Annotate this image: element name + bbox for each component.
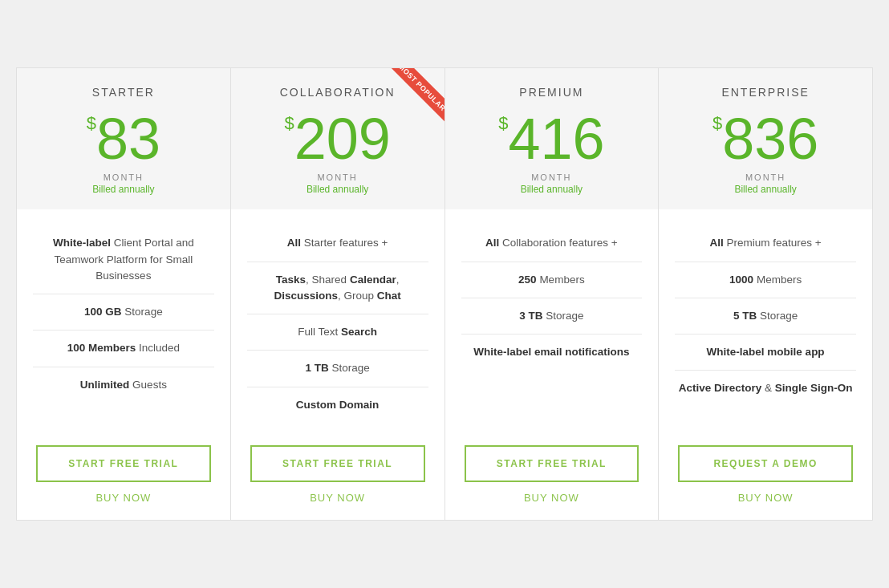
collaboration-feature-5: Custom Domain [247,387,428,423]
collaboration-trial-button[interactable]: START FREE TRIAL [250,445,425,482]
enterprise-billed: Billed annually [734,184,796,195]
enterprise-feature-4: White-label mobile app [675,335,856,371]
starter-actions: START FREE TRIAL BUY NOW [17,436,230,520]
starter-amount: 83 [96,110,160,168]
premium-billed: Billed annually [521,184,583,195]
premium-trial-button[interactable]: START FREE TRIAL [465,445,639,482]
starter-buy-button[interactable]: BUY NOW [95,492,151,504]
collaboration-price-row: $ 209 [284,110,390,168]
starter-dollar: $ [87,115,96,132]
enterprise-feature-2: 1000 Members [675,262,856,298]
premium-period: MONTH [531,172,571,182]
premium-buy-button[interactable]: BUY NOW [524,492,579,504]
enterprise-amount: 836 [722,110,818,168]
enterprise-period: MONTH [745,172,785,182]
premium-dollar: $ [498,115,508,132]
starter-price-row: $ 83 [87,110,160,168]
most-popular-ribbon: MOST POPULAR [388,68,444,121]
premium-features: All Collaboration features + 250 Members… [445,209,659,436]
enterprise-feature-5: Active Directory & Single Sign-On [675,371,856,406]
starter-feature-2: 100 GB Storage [33,294,214,330]
premium-name: PREMIUM [519,86,583,99]
premium-amount: 416 [508,110,604,168]
plan-enterprise: ENTERPRISE $ 836 MONTH Billed annually A… [658,67,873,521]
premium-feature-4: White-label email notifications [461,335,643,370]
enterprise-actions: REQUEST A DEMO BUY NOW [659,436,872,520]
most-popular-ribbon-wrap: MOST POPULAR [380,68,444,132]
enterprise-feature-1: All Premium features + [675,225,856,262]
starter-features: White-label Client Portal and Teamwork P… [17,209,230,436]
collaboration-feature-3: Full Text Search [247,314,428,351]
premium-feature-2: 250 Members [461,262,643,298]
collaboration-period: MONTH [317,172,357,182]
premium-feature-1: All Collaboration features + [461,225,643,262]
starter-billed: Billed annually [92,184,154,195]
premium-header: PREMIUM $ 416 MONTH Billed annually [445,68,659,209]
starter-feature-4: Unlimited Guests [33,367,214,403]
premium-price-row: $ 416 [498,110,604,168]
enterprise-demo-button[interactable]: REQUEST A DEMO [678,445,853,482]
enterprise-price-row: $ 836 [712,110,818,168]
collaboration-billed: Billed annually [306,184,368,195]
collaboration-feature-4: 1 TB Storage [247,351,428,387]
enterprise-buy-button[interactable]: BUY NOW [738,492,794,504]
enterprise-name: ENTERPRISE [721,86,809,99]
starter-feature-3: 100 Members Included [33,330,214,367]
starter-period: MONTH [104,172,144,182]
collaboration-actions: START FREE TRIAL BUY NOW [231,436,444,520]
collaboration-features: All Starter features + Tasks, Shared Cal… [231,209,444,436]
plan-premium: PREMIUM $ 416 MONTH Billed annually All … [444,67,659,521]
enterprise-dollar: $ [712,115,722,132]
premium-actions: START FREE TRIAL BUY NOW [445,436,659,520]
collaboration-amount: 209 [294,110,391,168]
pricing-table: STARTER $ 83 MONTH Billed annually White… [16,67,873,521]
collaboration-name: COLLABORATION [280,86,396,99]
collaboration-buy-button[interactable]: BUY NOW [310,492,365,504]
starter-header: STARTER $ 83 MONTH Billed annually [17,68,230,209]
starter-feature-1: White-label Client Portal and Teamwork P… [33,225,214,294]
starter-name: STARTER [92,86,155,99]
enterprise-features: All Premium features + 1000 Members 5 TB… [659,209,872,436]
starter-trial-button[interactable]: START FREE TRIAL [36,445,211,482]
collaboration-dollar: $ [284,115,294,132]
collaboration-feature-1: All Starter features + [247,225,428,262]
plan-collaboration: MOST POPULAR COLLABORATION $ 209 MONTH B… [230,67,444,521]
plan-starter: STARTER $ 83 MONTH Billed annually White… [16,67,230,521]
premium-feature-3: 3 TB Storage [461,298,643,335]
enterprise-feature-3: 5 TB Storage [675,298,856,335]
collaboration-feature-2: Tasks, Shared Calendar, Discussions, Gro… [247,262,428,315]
enterprise-header: ENTERPRISE $ 836 MONTH Billed annually [659,68,872,209]
